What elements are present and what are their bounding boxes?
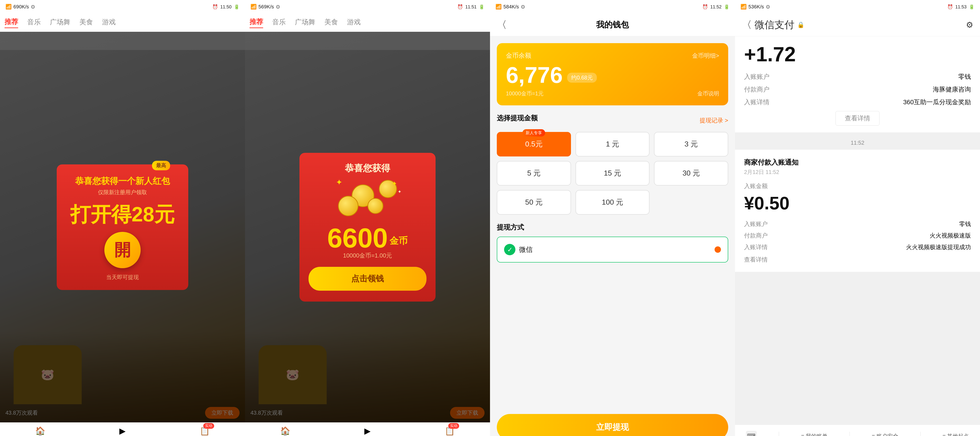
merchant-card-header-left: 商家付款入账通知 2月12日 11:52 (744, 158, 799, 176)
clock-icon-4: ⏰ (947, 4, 953, 10)
nav-task-2[interactable]: 📋 实动 任务 (444, 425, 455, 436)
speed-3: 584K/s (503, 4, 519, 10)
withdraw-btn[interactable]: 立即提现 (497, 414, 728, 436)
gold-amount: 6600 (327, 224, 388, 252)
nav-home-2[interactable]: 🏠 首页 (280, 425, 291, 436)
amount-btn-2[interactable]: 3 元 (654, 132, 728, 157)
wallet-body: 金币余额 金币明细> 6,776 约0.68元 10000金币=1元 金币说明 … (490, 36, 735, 409)
redenv-overlay-1: 最高 恭喜您获得一个新人红包 仅限新注册用户领取 打开得28元 開 当天即可提现 (0, 32, 245, 422)
withdraw-method[interactable]: ✓ 微信 (497, 236, 728, 262)
nav-tab-food-1[interactable]: 美食 (80, 18, 93, 28)
task-badge-1: 实动 (203, 423, 214, 429)
signal-strength-2: 📶 (250, 4, 256, 10)
txn-detail-label: 入账详情 (744, 98, 770, 107)
amount-btn-0[interactable]: 新人专享 0.5元 (497, 132, 571, 157)
speed-4: 536K/s (748, 4, 764, 10)
gold-detail-link[interactable]: 金币明细> (692, 52, 719, 60)
amount-btn-4[interactable]: 15 元 (576, 161, 650, 185)
nav-tab-music-2[interactable]: 音乐 (272, 18, 286, 28)
battery-3: 🔋 (724, 4, 730, 10)
video-feed-2: 十元钱收了一口锅，回家清洗发现不对，仔细一整高兴坏了 🐷 43.8万次观看 立即… (245, 32, 490, 422)
app-screen-2: 推荐 音乐 广场舞 美食 游戏 十元钱收了一口锅，回家清洗发现不对，仔细一整高兴… (245, 14, 490, 436)
method-selected-dot (714, 246, 721, 253)
wallet-back-btn[interactable]: 〈 (497, 18, 507, 32)
merchant-detail-info-row: 入账详情 火火视频极速版提现成功 (744, 243, 971, 251)
status-right-3: ⏰ 11:52 🔋 (702, 4, 730, 10)
nav-task-1[interactable]: 📋 实动 任务 (199, 425, 210, 436)
merchant-card-header: 商家付款入账通知 2月12日 11:52 (744, 158, 971, 176)
amount-label-1: 1 元 (606, 140, 619, 148)
app-nav-2: 推荐 音乐 广场舞 美食 游戏 (245, 14, 490, 32)
wechat-verified-icon: 🔒 (797, 21, 804, 29)
merchant-view-btn[interactable]: 查看详情 (744, 256, 971, 264)
redenv-subtitle-1: 仅限新注册用户领取 (98, 189, 147, 196)
amount-btn-5[interactable]: 30 元 (654, 161, 728, 185)
nav-video-2[interactable]: ▶ 小视频 (360, 425, 375, 436)
gold-card-label: 金币余额 (506, 51, 531, 60)
amount-btn-7[interactable]: 100 元 (576, 190, 650, 215)
my-bill-btn[interactable]: ≡ 我的账单 (801, 433, 827, 436)
status-right-4: ⏰ 11:53 🔋 (947, 4, 975, 10)
nav-home-1[interactable]: 🏠 首页 (35, 425, 46, 436)
redenv-note-1: 当天即可提现 (106, 274, 139, 281)
txn-merchant-label: 付款商户 (744, 85, 770, 94)
gold-amount-container: 6600 金币 (327, 224, 408, 252)
nav-tab-food-2[interactable]: 美食 (325, 18, 338, 28)
coin-4 (368, 198, 383, 214)
amount-label-3: 5 元 (527, 169, 541, 177)
nav-tab-game-2[interactable]: 游戏 (347, 18, 361, 28)
merchant-card-date: 2月12日 11:52 (744, 168, 799, 176)
merchant-account-label: 入账账户 (744, 220, 768, 228)
withdraw-method-title: 提现方式 (497, 223, 728, 232)
wallet-header: 〈 我的钱包 (490, 14, 735, 36)
merchant-info-label: 入账详情 (744, 243, 768, 251)
nav-separator-3 (920, 432, 921, 436)
coins-visual: ✦ ✦ ✦ (334, 180, 401, 221)
nav-tab-dance-1[interactable]: 广场舞 (50, 18, 70, 28)
battery-1: 🔋 (234, 4, 240, 10)
account-security-btn[interactable]: ≡ 账户安全 (872, 433, 898, 436)
amount-btn-1[interactable]: 1 元 (576, 132, 650, 157)
redenv-open-btn-1[interactable]: 開 (104, 232, 141, 268)
withdraw-amount-title: 选择提现金额 (497, 113, 538, 123)
time-divider: 11:52 (735, 136, 980, 150)
location-icon-1: ⊙ (31, 4, 35, 10)
video-feed-1: 十元钱收了一口锅，回家清洗发现不对，仔细一整高兴坏了 🐷 43.8万次观看 立即… (0, 32, 245, 422)
star-2: ✦ (392, 180, 397, 187)
amount-label-2: 3 元 (684, 140, 698, 148)
amount-label-7: 100 元 (602, 198, 623, 206)
amount-btn-3[interactable]: 5 元 (497, 161, 571, 185)
gold-rate: 10000金币=1元 (506, 90, 544, 97)
wallet-screen: 〈 我的钱包 金币余额 金币明细> 6,776 约0.68元 10000金币=1… (490, 14, 735, 436)
txn-view-btn[interactable]: 查看详情 (835, 111, 880, 126)
speed-2: 569K/s (258, 4, 274, 10)
location-icon-2: ⊙ (276, 4, 280, 10)
amount-label-4: 15 元 (604, 169, 621, 177)
withdraw-record-link[interactable]: 提现记录 > (700, 117, 728, 125)
merchant-amount-label: 入账金额 (744, 182, 971, 190)
wechat-back-btn[interactable]: 〈 微信支付 🔒 (742, 18, 804, 32)
collect-btn[interactable]: 点击领钱 (309, 267, 426, 291)
nav-tab-dance-2[interactable]: 广场舞 (295, 18, 315, 28)
merchant-detail-merchant-row: 付款商户 火火视频极速版 (744, 232, 971, 240)
app-screen-1: 推荐 音乐 广场舞 美食 游戏 十元钱收了一口锅，回家清洗发现不对，仔细一整高兴… (0, 14, 245, 436)
merchant-card-title: 商家付款入账通知 (744, 158, 799, 167)
status-left-1: 📶 690K/s ⊙ (5, 4, 35, 10)
gold-amount-row: 6,776 约0.68元 (506, 64, 719, 86)
nav-video-1[interactable]: ▶ 小视频 (115, 425, 130, 436)
keyboard-btn[interactable]: ⌨ (746, 431, 757, 436)
nav-tab-game-1[interactable]: 游戏 (102, 18, 116, 28)
settings-icon[interactable]: ⚙ (966, 20, 973, 30)
panel-2: 📶 569K/s ⊙ ⏰ 11:51 🔋 推荐 音乐 广场舞 美食 游戏 十元钱… (245, 0, 490, 436)
status-left-2: 📶 569K/s ⊙ (250, 4, 280, 10)
amount-btn-6[interactable]: 50 元 (497, 190, 571, 215)
withdraw-section-header: 选择提现金额 提现记录 > (497, 113, 728, 128)
coin-3 (338, 196, 358, 216)
nav-tab-music-1[interactable]: 音乐 (27, 18, 41, 28)
nav-tab-recommend-2[interactable]: 推荐 (250, 17, 263, 28)
gold-explain[interactable]: 金币说明 (697, 90, 719, 97)
amount-label-5: 30 元 (682, 169, 700, 177)
nav-tab-recommend-1[interactable]: 推荐 (5, 17, 18, 28)
other-btn[interactable]: ≡ 其他起点 (943, 433, 969, 436)
nav-separator-1 (779, 432, 779, 436)
